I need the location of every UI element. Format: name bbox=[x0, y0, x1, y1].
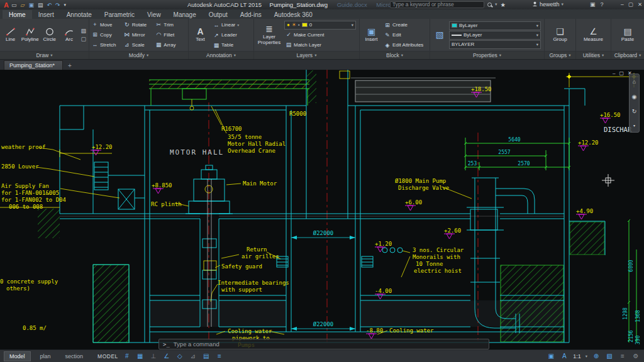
linear-dim-button[interactable]: ↔Linear▾ bbox=[212, 20, 240, 30]
isolate-objects-icon[interactable]: ▧ bbox=[605, 353, 614, 359]
edit-block-button[interactable]: ✎Edit bbox=[383, 30, 425, 40]
line-button[interactable]: Line bbox=[1, 20, 19, 50]
make-current-button[interactable]: ✓Make Current bbox=[284, 30, 356, 40]
polyline-button[interactable]: Polyline bbox=[21, 20, 39, 50]
layout-tab-section[interactable]: section bbox=[60, 352, 89, 361]
panel-label-annotation[interactable]: Annotation▾ bbox=[189, 51, 253, 59]
nav-pan-icon[interactable]: ◉ bbox=[632, 94, 637, 100]
help-icon[interactable]: ? bbox=[601, 1, 604, 8]
object-color-select[interactable]: ByLayer ▾ bbox=[449, 21, 541, 30]
panel-label-clipboard[interactable]: Clipboard▾ bbox=[611, 51, 644, 59]
arc-button[interactable]: Arc bbox=[60, 20, 78, 50]
rotate-button[interactable]: ↻Rotate bbox=[123, 20, 155, 30]
search-dropdown-icon[interactable]: ▾ bbox=[495, 2, 497, 7]
region-icon[interactable]: ▢ bbox=[81, 36, 87, 42]
autoscale-icon[interactable]: A bbox=[560, 353, 569, 359]
annotation-scale[interactable]: 1:1 bbox=[573, 353, 581, 359]
nav-orbit-icon[interactable]: ↻ bbox=[632, 108, 637, 114]
isodraft-toggle-icon[interactable]: ⊿ bbox=[189, 353, 197, 359]
workspace-switch-icon[interactable]: ⊕ bbox=[592, 353, 601, 359]
move-button[interactable]: +Move bbox=[91, 20, 123, 30]
command-line[interactable]: >_ Type a command bbox=[158, 339, 489, 349]
layout-tab-plan[interactable]: plan bbox=[35, 352, 56, 361]
group-button[interactable]: ❏ Group bbox=[550, 20, 570, 50]
panel-label-properties[interactable]: Properties▾ bbox=[430, 51, 544, 59]
close-icon[interactable]: ✕ bbox=[638, 1, 642, 8]
panel-label-groups[interactable]: Groups▾ bbox=[545, 51, 575, 59]
match-layer-button[interactable]: ▤Match Layer bbox=[284, 40, 356, 50]
command-input[interactable]: Type a command bbox=[174, 341, 219, 348]
layer-properties-button[interactable]: ≣ Layer Properties bbox=[255, 20, 283, 50]
leader-button[interactable]: ↗Leader bbox=[212, 30, 240, 40]
tab-home[interactable]: Home bbox=[3, 10, 32, 19]
search-icon[interactable] bbox=[487, 3, 492, 7]
scale-dropdown-icon[interactable]: ▾ bbox=[586, 354, 587, 359]
dwg-minimize-icon[interactable]: – bbox=[613, 70, 615, 76]
panel-label-utilities[interactable]: Utilities▾ bbox=[576, 51, 611, 59]
stretch-button[interactable]: ↔Stretch bbox=[91, 40, 123, 50]
fillet-button[interactable]: ◠Fillet bbox=[154, 30, 186, 40]
tab-addins[interactable]: Add-ins bbox=[234, 10, 268, 19]
lineweight-select[interactable]: ByLayer ▾ bbox=[449, 31, 541, 40]
minimize-icon[interactable]: – bbox=[621, 1, 624, 8]
paste-button[interactable]: ▤ Paste bbox=[618, 20, 638, 50]
panel-label-draw[interactable]: Draw▾ bbox=[0, 51, 89, 59]
linetype-select[interactable]: BYLAYER ▾ bbox=[449, 40, 541, 49]
redo-icon[interactable]: ↷ bbox=[55, 2, 60, 8]
model-space-badge[interactable]: MODEL bbox=[97, 353, 118, 359]
undo-icon[interactable]: ↶ bbox=[47, 2, 52, 8]
mirror-button[interactable]: ⋈Mirror bbox=[123, 30, 155, 40]
qat-dropdown-icon[interactable]: ▾ bbox=[64, 3, 67, 8]
polar-toggle-icon[interactable]: ∠ bbox=[162, 353, 171, 359]
panel-label-layers[interactable]: Layers▾ bbox=[254, 51, 359, 59]
insert-block-button[interactable]: ▣ Insert bbox=[361, 20, 382, 50]
sign-in-area[interactable]: hewetth ▾ bbox=[532, 1, 564, 8]
tab-view[interactable]: View bbox=[141, 10, 167, 19]
edit-attributes-button[interactable]: ◈Edit Attributes bbox=[383, 40, 425, 50]
favorites-star-icon[interactable]: ★ bbox=[501, 1, 506, 8]
trim-button[interactable]: ✂Trim bbox=[154, 20, 186, 30]
ortho-toggle-icon[interactable]: ⊥ bbox=[149, 353, 158, 359]
open-icon[interactable]: ▱ bbox=[20, 2, 25, 8]
copy-button[interactable]: ⊞Copy bbox=[91, 30, 123, 40]
circle-button[interactable]: Circle bbox=[40, 20, 58, 50]
annotation-visibility-icon[interactable]: ▣ bbox=[547, 353, 555, 359]
scale-button[interactable]: ⊿Scale bbox=[123, 40, 155, 50]
osnap-toggle-icon[interactable]: ◇ bbox=[175, 353, 184, 359]
user-dropdown-icon[interactable]: ▾ bbox=[562, 2, 564, 7]
settings-gear-icon[interactable]: ⚙ bbox=[631, 353, 640, 359]
tab-output[interactable]: Output bbox=[203, 10, 234, 19]
save-icon[interactable]: ▣ bbox=[28, 2, 34, 8]
text-button[interactable]: A Text bbox=[190, 20, 211, 50]
new-icon[interactable]: ▭ bbox=[11, 2, 17, 8]
file-tab-pumping-station[interactable]: Pumping_Station* bbox=[4, 60, 63, 70]
dwg-restore-icon[interactable]: ▢ bbox=[619, 70, 624, 76]
exchange-apps-icon[interactable]: ▣ bbox=[590, 1, 596, 8]
customization-menu-icon[interactable]: ≡ bbox=[618, 353, 627, 359]
tab-manage[interactable]: Manage bbox=[167, 10, 203, 19]
plot-icon[interactable]: ▤ bbox=[38, 2, 43, 8]
tab-parametric[interactable]: Parametric bbox=[98, 10, 141, 19]
lineweight-toggle-icon[interactable]: ▤ bbox=[202, 353, 211, 359]
snap-toggle-icon[interactable]: ▦ bbox=[136, 353, 145, 359]
new-drawing-tab-icon[interactable]: + bbox=[65, 62, 74, 70]
measure-button[interactable]: ∠ Measure bbox=[583, 20, 604, 50]
nav-more-icon[interactable]: ▾ bbox=[633, 123, 635, 128]
create-block-button[interactable]: ⊞Create bbox=[383, 20, 425, 30]
drawing-canvas[interactable]: weather proof 2850 Louver Air Supply Fan… bbox=[0, 70, 644, 349]
autocad-logo-icon[interactable]: A bbox=[3, 1, 11, 9]
tab-insert[interactable]: Insert bbox=[32, 10, 60, 19]
cad-drawing[interactable]: weather proof 2850 Louver Air Supply Fan… bbox=[0, 70, 644, 349]
dynamic-input-toggle-icon[interactable]: ≡ bbox=[215, 353, 224, 359]
hatch-icon[interactable]: ▨ bbox=[81, 28, 87, 34]
tab-autodesk360[interactable]: Autodesk 360 bbox=[268, 10, 319, 19]
restore-icon[interactable]: ▢ bbox=[628, 1, 633, 8]
nav-home-icon[interactable]: ⌂ bbox=[633, 79, 636, 85]
array-button[interactable]: ▦Array bbox=[154, 40, 186, 50]
layout-tab-model[interactable]: Model bbox=[4, 351, 31, 361]
search-input[interactable] bbox=[390, 1, 484, 8]
table-button[interactable]: ▦Table bbox=[212, 40, 240, 50]
panel-label-block[interactable]: Block▾ bbox=[360, 51, 430, 59]
tab-annotate[interactable]: Annotate bbox=[60, 10, 98, 19]
layer-select[interactable]: ● ☀ ▪ 0 ▾ bbox=[284, 21, 356, 30]
